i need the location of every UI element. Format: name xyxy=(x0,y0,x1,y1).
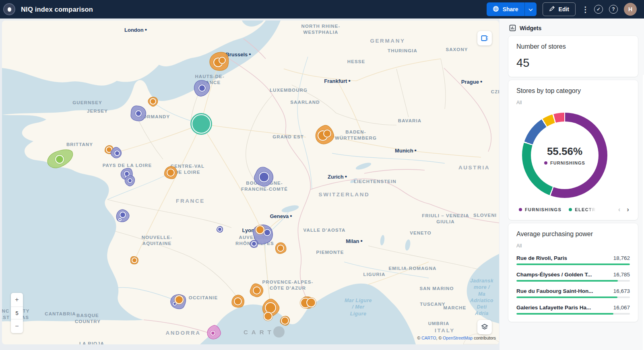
progress-fill xyxy=(516,296,617,298)
progress-fill xyxy=(516,313,613,315)
marker-circle xyxy=(253,286,261,294)
widget-title: Number of stores xyxy=(516,43,630,50)
progress-fill xyxy=(516,280,618,282)
zoom-level: 5 xyxy=(11,307,23,319)
avatar[interactable]: H xyxy=(624,3,637,16)
legend-color-dot xyxy=(569,208,572,211)
marker-circle xyxy=(277,245,284,252)
widgets-panel: Widgets Number of stores 45 Stores by to… xyxy=(500,19,644,350)
carto-link[interactable]: CARTO xyxy=(421,336,436,340)
marker-circle xyxy=(118,218,122,221)
ranking-line: Galeries Lafayette Paris Ha...16,067 xyxy=(516,305,630,311)
ranking-label: Champs-Élysées / Golden T... xyxy=(516,272,592,278)
basemap-layers-button[interactable] xyxy=(477,320,492,334)
help-icon[interactable]: ? xyxy=(609,5,618,14)
purchasing-power-widget: Average purchasing power All Rue de Rivo… xyxy=(508,223,638,322)
share-dropdown-button[interactable] xyxy=(524,2,537,16)
donut-center-label: FURNISHINGS xyxy=(544,161,585,165)
osm-link[interactable]: OpenStreetMap xyxy=(443,336,473,340)
marker-circle xyxy=(264,312,272,321)
marker-circle xyxy=(323,130,331,138)
marker-circle xyxy=(217,227,222,232)
map-legend-button[interactable] xyxy=(477,31,492,45)
ranking-value: 16,785 xyxy=(613,272,630,278)
legend-carousel-nav: ‹ › xyxy=(618,206,630,213)
progress-track xyxy=(516,296,630,298)
marker-circle xyxy=(264,229,271,236)
share-button[interactable]: Share xyxy=(487,2,524,16)
workspace-logo xyxy=(3,3,15,15)
marker-circle xyxy=(120,212,126,218)
chevron-down-icon xyxy=(528,6,533,13)
marker-circle xyxy=(190,113,212,135)
widget-title: Average purchasing power xyxy=(516,231,630,238)
marker-circle xyxy=(198,84,206,92)
ranking-label: Galeries Lafayette Paris Ha... xyxy=(516,305,591,311)
donut-legend: FURNISHINGSELECTR ‹ › xyxy=(516,206,630,213)
pencil-icon xyxy=(549,6,555,13)
stores-count-value: 45 xyxy=(516,56,630,70)
table-row[interactable]: Galeries Lafayette Paris Ha...16,067 xyxy=(516,305,630,315)
top-navbar: NIQ index comparison Share xyxy=(0,0,644,19)
marker-circle xyxy=(114,150,120,156)
widget-filter-label: All xyxy=(516,243,630,249)
check-circle-icon[interactable]: ✓ xyxy=(594,5,603,14)
legend-prev-icon[interactable]: ‹ xyxy=(618,206,621,213)
ranking-value: 16,067 xyxy=(613,305,630,311)
map-canvas[interactable]: London•Brussels•Frankfurt•Prague•Munich•… xyxy=(2,21,499,344)
progress-fill xyxy=(516,264,630,265)
ranking-line: Champs-Élysées / Golden T...16,785 xyxy=(516,272,630,278)
marker-circle xyxy=(259,172,269,182)
zoom-out-button[interactable]: − xyxy=(11,319,23,333)
ranking-value: 18,762 xyxy=(613,255,630,261)
marker-circle xyxy=(175,295,184,304)
widgets-panel-title: Widgets xyxy=(520,25,541,31)
stores-by-category-widget: Stores by top category All 55.56% FURNIS… xyxy=(508,80,638,220)
kebab-menu-icon[interactable]: ⋮ xyxy=(582,6,588,13)
ranking-label: Rue de Rivoli, Paris xyxy=(516,255,567,261)
category-color-dot xyxy=(544,161,547,165)
widget-filter-label: All xyxy=(516,100,630,105)
share-button-label: Share xyxy=(503,6,518,12)
ranking-line: Rue du Faubourg Saint-Hon...16,673 xyxy=(516,288,630,294)
widgets-panel-header: Widgets xyxy=(508,19,638,36)
marker-circle xyxy=(55,155,64,164)
zoom-in-button[interactable]: + xyxy=(11,293,23,307)
legend-item-label: FURNISHINGS xyxy=(525,207,561,212)
map-attribution: © CARTO, © OpenStreetMap contributors xyxy=(417,336,496,340)
legend-next-icon[interactable]: › xyxy=(627,206,629,213)
edit-button[interactable]: Edit xyxy=(543,2,576,16)
layers-icon xyxy=(481,323,489,331)
donut-center-value: 55.56% xyxy=(547,145,582,158)
legend-color-dot xyxy=(519,208,522,211)
table-row[interactable]: Champs-Élysées / Golden T...16,785 xyxy=(516,272,630,282)
progress-track xyxy=(516,280,630,282)
marker-circle xyxy=(132,257,137,263)
marker-circle xyxy=(135,110,142,117)
donut-center: 55.56% FURNISHINGS xyxy=(531,121,599,189)
legend-item[interactable]: FURNISHINGS xyxy=(519,207,561,212)
widget-title: Stores by top category xyxy=(516,87,630,95)
zoom-control: + 5 − xyxy=(11,293,23,333)
marker-circle xyxy=(167,169,175,177)
donut-chart[interactable]: 55.56% FURNISHINGS xyxy=(522,113,607,198)
legend-item-label: ELECTR xyxy=(575,207,596,212)
table-row[interactable]: Rue du Faubourg Saint-Hon...16,673 xyxy=(516,288,630,298)
legend-item[interactable]: ELECTR xyxy=(569,207,596,212)
widgets-icon xyxy=(509,25,516,31)
ranking-label: Rue du Faubourg Saint-Hon... xyxy=(516,288,593,294)
map-markers-layer xyxy=(2,21,499,344)
progress-track xyxy=(516,264,630,265)
marker-circle xyxy=(234,297,242,305)
marker-circle xyxy=(281,317,289,325)
marker-circle xyxy=(256,225,264,234)
table-row[interactable]: Rue de Rivoli, Paris18,762 xyxy=(516,255,630,265)
progress-track xyxy=(516,313,630,315)
page-title: NIQ index comparison xyxy=(21,6,93,13)
marker-circle xyxy=(251,241,257,247)
ranking-line: Rue de Rivoli, Paris18,762 xyxy=(516,255,630,261)
marker-circle xyxy=(306,298,316,307)
legend-panel-icon xyxy=(481,34,489,42)
marker-circle xyxy=(219,57,226,64)
share-split-button: Share xyxy=(487,2,537,16)
